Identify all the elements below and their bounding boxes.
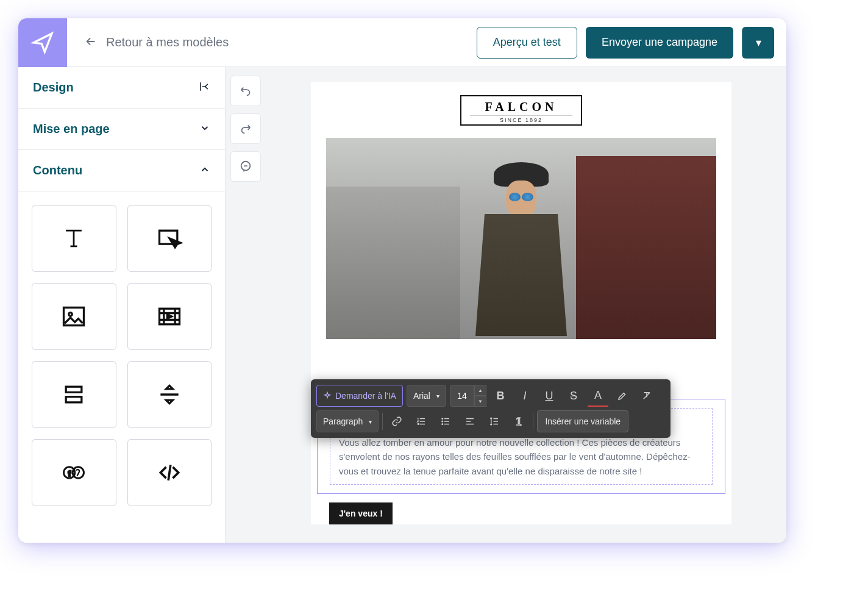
undo-button[interactable] [230,76,261,106]
link-icon [391,416,402,427]
line-height-icon [489,416,500,427]
panel-content[interactable]: Contenu [18,150,225,191]
sparkle-icon [323,391,332,400]
panel-design[interactable]: Design [18,67,225,109]
svg-point-2 [69,313,73,316]
clear-format-icon [641,390,652,401]
strikethrough-button[interactable]: S [563,385,584,407]
chevron-up-icon [199,164,210,177]
svg-text:f: f [68,469,71,478]
redo-icon [239,122,252,135]
text-direction-button[interactable] [508,410,529,432]
line-height-button[interactable] [484,410,505,432]
collapse-left-icon [198,80,210,95]
redo-button[interactable] [230,113,261,144]
text-toolbar: Demander à l'IA Arial ▲ ▼ B I U [311,379,671,438]
block-image[interactable] [32,283,116,350]
preview-button[interactable]: Aperçu et test [477,27,577,59]
editor-tools [226,67,266,543]
panel-title: Mise en page [33,122,110,136]
ask-ai-button[interactable]: Demander à l'IA [316,385,403,407]
svg-point-10 [442,418,443,420]
divider-block-icon [156,381,183,408]
app-logo[interactable] [18,18,67,67]
social-block-icon: f [60,459,87,486]
brand-subtitle: SINCE 1892 [470,115,572,123]
ordered-list-icon [416,416,427,427]
panel-title: Design [33,80,74,95]
block-video[interactable] [127,283,212,350]
html-block-icon [156,459,183,486]
font-size-input[interactable] [450,385,474,407]
canvas-area[interactable]: FALCON SINCE 1892 [266,67,786,543]
panel-title: Contenu [33,163,82,177]
send-dropdown-button[interactable]: ▾ [742,27,774,59]
comment-icon [239,160,252,173]
block-divider[interactable] [127,361,212,428]
video-block-icon [156,303,183,330]
unordered-list-icon [440,416,451,427]
comment-button[interactable] [230,151,261,182]
ordered-list-button[interactable] [411,410,432,432]
panel-layout[interactable]: Mise en page [18,109,225,150]
top-actions: Aperçu et test Envoyer une campagne ▾ [477,27,786,59]
brand-name: FALCON [470,100,572,114]
bold-button[interactable]: B [490,385,511,407]
svg-rect-4 [66,387,82,392]
font-size-down[interactable]: ▼ [474,396,486,407]
insert-variable-button[interactable]: Insérer une variable [537,410,628,432]
sidebar: Design Mise en page Contenu [18,67,226,543]
text-color-button[interactable]: A [588,385,608,407]
button-block-icon [156,225,183,252]
svg-point-12 [442,424,443,425]
svg-point-11 [442,421,443,422]
text-direction-icon [513,416,524,427]
block-html[interactable] [127,439,212,506]
unordered-list-button[interactable] [435,410,456,432]
svg-rect-5 [66,397,82,402]
image-block-icon [60,303,87,330]
hero-image[interactable] [326,138,716,339]
back-to-templates[interactable]: Retour à mes modèles [67,35,229,51]
email-canvas: FALCON SINCE 1892 [311,82,731,524]
spacer-block-icon [60,381,87,408]
undo-icon [239,84,252,98]
chevron-down-icon [199,123,210,136]
app-window: Retour à mes modèles Aperçu et test Envo… [18,18,786,543]
brand-logo: FALCON SINCE 1892 [460,95,582,126]
paragraph-style-select[interactable]: Paragraph [316,410,379,432]
content-blocks-grid: f [18,191,225,520]
link-button[interactable] [386,410,407,432]
chevron-down-icon: ▾ [756,36,761,49]
align-button[interactable] [460,410,480,432]
highlight-button[interactable] [612,385,633,407]
workspace: Design Mise en page Contenu [18,67,786,543]
arrow-left-icon [84,35,98,51]
font-size-up[interactable]: ▲ [474,385,486,396]
underline-button[interactable]: U [539,385,560,407]
pencil-icon [617,390,628,401]
clear-format-button[interactable] [636,385,657,407]
block-spacer[interactable] [32,361,116,428]
top-bar: Retour à mes modèles Aperçu et test Envo… [18,18,786,67]
block-button[interactable] [127,205,212,272]
align-icon [464,416,475,427]
font-family-select[interactable]: Arial [407,385,446,407]
italic-button[interactable]: I [514,385,535,407]
block-text[interactable] [32,205,116,272]
back-label: Retour à mes modèles [106,35,229,49]
block-social[interactable]: f [32,439,116,506]
ask-ai-label: Demander à l'IA [335,391,396,401]
send-campaign-button[interactable]: Envoyer une campagne [586,27,733,59]
font-size-stepper[interactable]: ▲ ▼ [450,385,486,407]
text-block-icon [60,225,87,252]
email-body[interactable]: Vous allez tomber en amour pour notre no… [339,435,703,478]
svg-rect-1 [64,307,84,325]
cta-button[interactable]: J'en veux ! [329,502,393,524]
paper-plane-icon [30,30,55,55]
